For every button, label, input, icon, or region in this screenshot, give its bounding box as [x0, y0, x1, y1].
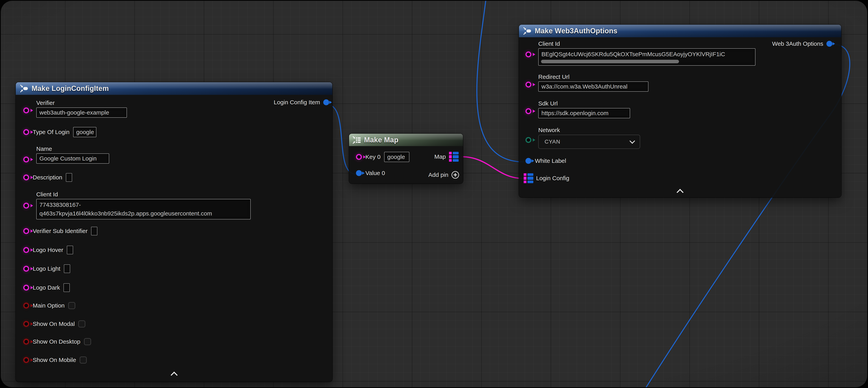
chevron-down-icon [629, 138, 635, 144]
collapse-chevron-icon [170, 371, 177, 379]
horizontal-scrollbar[interactable] [541, 60, 679, 63]
node-collapse-control[interactable] [519, 190, 841, 195]
node-make-web3authoptions[interactable]: Make Web3AuthOptions Web 3Auth Options C… [519, 25, 841, 197]
logo-dark-input[interactable] [63, 283, 70, 292]
node-make-map[interactable]: Make Map Key 0 google Map Value 0 [349, 134, 463, 184]
pin-sdk-url[interactable] [525, 108, 531, 114]
output-map: Map [434, 152, 459, 162]
pin-description[interactable] [23, 175, 29, 180]
row-show-on-modal: Show On Modal [23, 320, 85, 327]
output-pin-label: Login Config Item [274, 99, 320, 106]
pin-web3auth-options-output[interactable] [827, 41, 832, 47]
make-map-icon [352, 136, 361, 144]
row-white-label: White Label [525, 157, 566, 164]
node-title: Make Map [364, 136, 398, 144]
output-login-config-item: Login Config Item [274, 99, 329, 106]
verifier-input[interactable]: web3auth-google-example [36, 108, 127, 118]
row-logo-hover: Logo Hover [23, 246, 73, 254]
row-login-config: Login Config [524, 173, 569, 183]
node-title: Make Web3AuthOptions [535, 27, 617, 35]
verifier-sub-identifier-input[interactable] [91, 227, 97, 235]
network-dropdown[interactable]: CYAN [538, 135, 640, 149]
description-input[interactable] [66, 173, 72, 182]
row-description: Description [23, 173, 72, 182]
client-id-input[interactable]: BEglQSgt4cUWcj6SKRdu5QkOXTsePmMcusG5EAoy… [538, 48, 755, 66]
pin-client-id[interactable] [525, 52, 531, 57]
output-pin-label: Web 3Auth Options [772, 40, 823, 47]
field-name: Name Google Custom Login [36, 146, 109, 163]
redirect-url-input[interactable]: w3a://com.w3a.Web3AuthUnreal [538, 82, 648, 92]
pin-white-label[interactable] [525, 158, 531, 164]
field-verifier: Verifier web3auth-google-example [36, 99, 127, 118]
pin-logo-dark[interactable] [23, 285, 29, 291]
make-struct-icon [523, 27, 532, 35]
pin-logo-hover[interactable] [23, 247, 29, 253]
row-verifier-sub-identifier: Verifier Sub Identifier [23, 227, 97, 235]
pin-show-on-mobile[interactable] [23, 357, 29, 363]
pin-login-config-item-output[interactable] [323, 99, 329, 105]
main-option-checkbox[interactable] [68, 302, 75, 309]
add-pin-icon [452, 171, 459, 179]
pin-type-of-login[interactable] [23, 129, 29, 135]
graph-grid-background[interactable]: Make LoginConfigItem Login Config Item V… [1, 1, 867, 387]
name-input[interactable]: Google Custom Login [36, 153, 109, 163]
row-show-on-mobile: Show On Mobile [23, 356, 87, 363]
pin-verifier-sub-identifier[interactable] [23, 228, 29, 234]
make-struct-icon [20, 84, 28, 93]
pin-network[interactable] [525, 137, 531, 143]
type-of-login-input[interactable]: google [73, 127, 96, 137]
row-value-0: Value 0 [356, 170, 385, 176]
node-header[interactable]: Make LoginConfigItem [16, 82, 332, 95]
field-network: Network CYAN [538, 127, 640, 149]
pin-redirect-url[interactable] [525, 82, 531, 88]
show-on-modal-checkbox[interactable] [78, 320, 85, 327]
wire-map-to-login-config[interactable] [462, 157, 523, 178]
wire-offscreen-to-white-label[interactable] [477, 1, 524, 162]
row-type-of-login: Type Of Login google [23, 127, 96, 137]
show-on-mobile-checkbox[interactable] [80, 356, 87, 363]
pin-show-on-modal[interactable] [23, 321, 29, 327]
sdk-url-input[interactable]: https://sdk.openlogin.com [538, 108, 630, 118]
pin-value-0[interactable] [356, 170, 362, 176]
logo-light-input[interactable] [64, 264, 70, 273]
map-pin-icon[interactable] [449, 152, 459, 162]
client-id-input[interactable]: 774338308167-q463s7kpvja16l4l0kko3nb925i… [36, 199, 251, 219]
field-client-id: Client Id 774338308167-q463s7kpvja16l4l0… [36, 191, 251, 219]
node-collapse-control[interactable] [16, 372, 332, 378]
node-header[interactable]: Make Web3AuthOptions [519, 25, 841, 37]
node-make-loginconfigitem[interactable]: Make LoginConfigItem Login Config Item V… [16, 82, 332, 382]
pin-name[interactable] [23, 156, 29, 162]
pin-logo-light[interactable] [23, 266, 29, 272]
field-redirect-url: Redirect Url w3a://com.w3a.Web3AuthUnrea… [538, 73, 648, 92]
key-0-input[interactable]: google [384, 152, 409, 162]
pin-verifier[interactable] [23, 108, 29, 113]
row-key-0: Key 0 google [356, 152, 409, 162]
logo-hover-input[interactable] [67, 246, 73, 254]
row-main-option: Main Option [23, 302, 75, 309]
pin-show-on-desktop[interactable] [23, 339, 29, 345]
pin-main-option[interactable] [23, 303, 29, 308]
row-logo-dark: Logo Dark [23, 283, 70, 292]
map-pin-icon[interactable] [524, 173, 533, 183]
row-show-on-desktop: Show On Desktop [23, 338, 91, 345]
blueprint-graph-canvas[interactable]: Make LoginConfigItem Login Config Item V… [0, 0, 868, 388]
node-title: Make LoginConfigItem [32, 84, 109, 93]
collapse-chevron-icon [677, 189, 684, 196]
add-pin-button[interactable]: Add pin [428, 171, 459, 179]
node-header[interactable]: Make Map [349, 134, 463, 146]
row-logo-light: Logo Light [23, 264, 70, 273]
output-web3auth-options: Web 3Auth Options [772, 40, 832, 47]
field-client-id: Client Id BEglQSgt4cUWcj6SKRdu5QkOXTsePm… [538, 40, 755, 66]
show-on-desktop-checkbox[interactable] [84, 338, 91, 345]
field-sdk-url: Sdk Url https://sdk.openlogin.com [538, 100, 630, 118]
pin-key-0[interactable] [356, 154, 362, 160]
pin-client-id[interactable] [23, 203, 29, 209]
